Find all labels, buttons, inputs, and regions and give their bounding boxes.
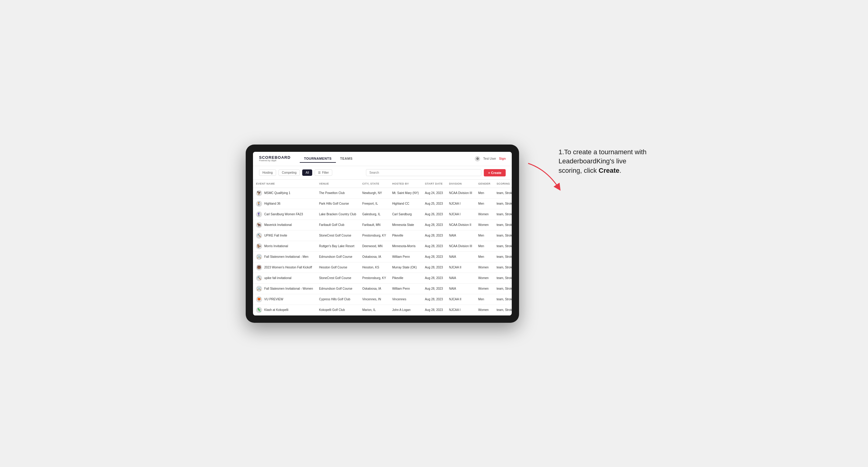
table-row: 🦅 MSMC Qualifying 1 The Powelton Club Ne… bbox=[253, 188, 512, 198]
table-row: 🐂 Maverick Invitational Faribault Golf C… bbox=[253, 220, 512, 230]
cell-division: NJCAA I bbox=[446, 209, 475, 220]
event-icon: 🐻 bbox=[256, 264, 262, 271]
cell-city: Oskaloosa, IA bbox=[359, 251, 389, 262]
table-row: ⚔️ Fall Statesmen Invitational - Women E… bbox=[253, 283, 512, 294]
cell-date: Aug 28, 2023 bbox=[422, 262, 446, 273]
competing-filter-button[interactable]: Competing bbox=[279, 169, 300, 176]
cell-date: Aug 28, 2023 bbox=[422, 294, 446, 305]
cell-hosted: Vincennes bbox=[389, 294, 422, 305]
cell-date: Aug 24, 2023 bbox=[422, 188, 446, 198]
cell-venue: Ruttger's Bay Lake Resort bbox=[316, 241, 359, 251]
annotation-text: 1.To create a tournament with Leaderboar… bbox=[559, 148, 650, 176]
header-right: ⚙ Test User Sign bbox=[475, 156, 506, 161]
cell-venue: Park Hills Golf Course bbox=[316, 198, 359, 209]
cell-event-name: 🦅 MSMC Qualifying 1 bbox=[253, 188, 316, 198]
table-body: 🦅 MSMC Qualifying 1 The Powelton Club Ne… bbox=[253, 188, 512, 315]
cell-division: NJCAA II bbox=[446, 262, 475, 273]
event-name-text: VU PREVIEW bbox=[264, 298, 283, 301]
cell-city: Galesburg, IL bbox=[359, 209, 389, 220]
event-name-text: Morris Invitational bbox=[264, 244, 288, 248]
create-button[interactable]: + Create bbox=[484, 169, 506, 177]
cell-gender: Men bbox=[475, 188, 494, 198]
cell-date: Aug 28, 2023 bbox=[422, 220, 446, 230]
cell-scoring: team, Stroke Play bbox=[494, 241, 512, 251]
event-name-text: Carl Sandburg Women FA23 bbox=[264, 213, 303, 216]
app-logo-sub: Powered by clippit bbox=[259, 159, 291, 162]
cell-city: Prestonsburg, KY bbox=[359, 230, 389, 241]
event-icon: 🦊 bbox=[256, 297, 262, 303]
tablet-device: SCOREBOARD Powered by clippit TOURNAMENT… bbox=[246, 145, 519, 323]
cell-date: Aug 28, 2023 bbox=[422, 305, 446, 315]
cell-city: Hesston, KS bbox=[359, 262, 389, 273]
event-icon: ⚔️ bbox=[256, 254, 262, 260]
hosting-filter-button[interactable]: Hosting bbox=[259, 169, 276, 176]
table-row: 🏌️‍♀️ Carl Sandburg Women FA23 Lake Brac… bbox=[253, 209, 512, 220]
arrow-icon bbox=[522, 157, 565, 194]
cell-division: NCAA Division III bbox=[446, 241, 475, 251]
cell-event-name: ⛏️ upike fall invitational bbox=[253, 273, 316, 283]
cell-division: NCAA Division II bbox=[446, 220, 475, 230]
event-icon: 🦅 bbox=[256, 190, 262, 196]
header-user: Test User bbox=[483, 157, 496, 160]
event-name-text: Maverick Invitational bbox=[264, 223, 292, 226]
col-header-gender: GENDER bbox=[475, 180, 494, 188]
event-icon: ⛏️ bbox=[256, 275, 262, 281]
table-row: 🏌️ Highland 36 Park Hills Golf Course Fr… bbox=[253, 198, 512, 209]
cell-city: Prestonsburg, KY bbox=[359, 273, 389, 283]
search-input[interactable] bbox=[366, 169, 482, 176]
table-row: ⛏️ UPIKE Fall Invite StoneCrest Golf Cou… bbox=[253, 230, 512, 241]
col-header-scoring: SCORING bbox=[494, 180, 512, 188]
event-icon: 🐂 bbox=[256, 222, 262, 228]
cell-hosted: Pikeville bbox=[389, 273, 422, 283]
cell-date: Aug 28, 2023 bbox=[422, 273, 446, 283]
cell-date: Aug 28, 2023 bbox=[422, 241, 446, 251]
cell-event-name: ⚔️ Fall Statesmen Invitational - Men bbox=[253, 251, 316, 262]
event-icon: ⛏️ bbox=[256, 232, 262, 239]
cell-scoring: team, Stroke Play bbox=[494, 220, 512, 230]
tab-teams[interactable]: TEAMS bbox=[336, 155, 357, 163]
cell-event-name: ⛏️ UPIKE Fall Invite bbox=[253, 230, 316, 241]
table-row: 🦊 VU PREVIEW Cypress Hills Golf Club Vin… bbox=[253, 294, 512, 305]
filter-options-button[interactable]: ☰ Filter bbox=[315, 169, 332, 176]
event-name-text: UPIKE Fall Invite bbox=[264, 234, 287, 237]
app-logo-title: SCOREBOARD bbox=[259, 155, 291, 159]
filter-bar: Hosting Competing All ☰ Filter + Create bbox=[253, 166, 512, 180]
cell-division: NAIA bbox=[446, 230, 475, 241]
tab-tournaments[interactable]: TOURNAMENTS bbox=[300, 155, 336, 163]
event-icon: ⚔️ bbox=[256, 286, 262, 292]
col-header-hosted: HOSTED BY bbox=[389, 180, 422, 188]
cell-division: NJCAA I bbox=[446, 198, 475, 209]
cell-gender: Women bbox=[475, 273, 494, 283]
cell-hosted: Mt. Saint Mary (NY) bbox=[389, 188, 422, 198]
event-name-text: MSMC Qualifying 1 bbox=[264, 191, 290, 195]
cell-scoring: team, Stroke Play bbox=[494, 294, 512, 305]
cell-city: Oskaloosa, IA bbox=[359, 283, 389, 294]
cell-event-name: 🦊 VU PREVIEW bbox=[253, 294, 316, 305]
table-header: EVENT NAME VENUE CITY, STATE HOSTED BY S… bbox=[253, 180, 512, 188]
cell-city: Deerwood, MN bbox=[359, 241, 389, 251]
filter-label: Filter bbox=[322, 171, 329, 174]
event-name-text: Highland 36 bbox=[264, 202, 280, 205]
cell-venue: The Powelton Club bbox=[316, 188, 359, 198]
cell-scoring: team, Stroke Play bbox=[494, 251, 512, 262]
gear-icon[interactable]: ⚙ bbox=[475, 156, 480, 161]
cell-venue: Edmundson Golf Course bbox=[316, 283, 359, 294]
cell-gender: Men bbox=[475, 251, 494, 262]
cell-hosted: Pikeville bbox=[389, 230, 422, 241]
cell-gender: Women bbox=[475, 305, 494, 315]
cell-division: NAIA bbox=[446, 273, 475, 283]
cell-gender: Women bbox=[475, 283, 494, 294]
cell-event-name: 🐂 Maverick Invitational bbox=[253, 220, 316, 230]
table-container: EVENT NAME VENUE CITY, STATE HOSTED BY S… bbox=[253, 180, 512, 315]
col-header-date: START DATE bbox=[422, 180, 446, 188]
sign-in-link[interactable]: Sign bbox=[499, 157, 506, 160]
cell-venue: StoneCrest Golf Course bbox=[316, 273, 359, 283]
cell-division: NAIA bbox=[446, 283, 475, 294]
app-logo: SCOREBOARD Powered by clippit bbox=[259, 155, 291, 162]
col-header-venue: VENUE bbox=[316, 180, 359, 188]
cell-event-name: 🦎 Klash at Kokopelli bbox=[253, 305, 316, 315]
all-filter-button[interactable]: All bbox=[302, 169, 312, 176]
cell-scoring: team, Stroke Play bbox=[494, 305, 512, 315]
table-row: 🦎 Klash at Kokopelli Kokopelli Golf Club… bbox=[253, 305, 512, 315]
cell-venue: Cypress Hills Golf Club bbox=[316, 294, 359, 305]
